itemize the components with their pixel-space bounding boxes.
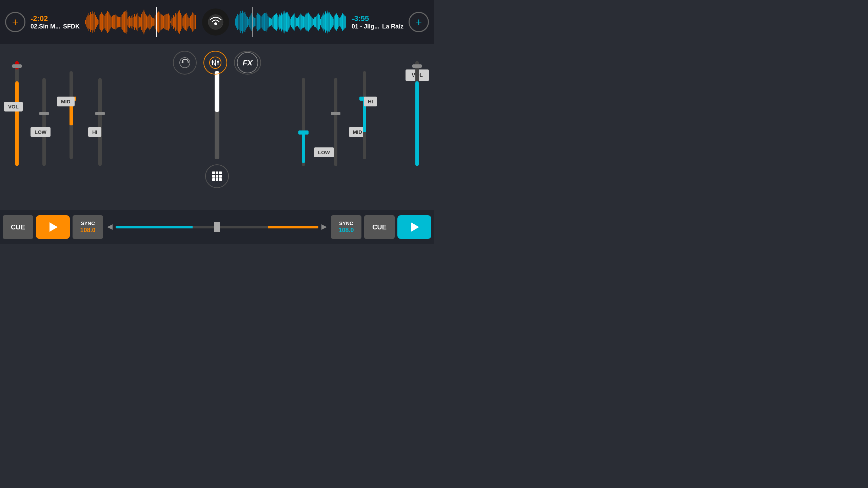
- fx-button[interactable]: FX: [234, 51, 261, 75]
- left-track-info: 02.Sin M... SFDK: [31, 23, 80, 30]
- right-hi-fader[interactable]: [361, 71, 368, 159]
- svg-rect-18: [219, 175, 222, 178]
- svg-point-9: [214, 63, 216, 65]
- left-time-display: -2:02: [31, 14, 80, 23]
- pitch-slider[interactable]: [106, 220, 328, 234]
- left-deck-info: -2:02 02.Sin M... SFDK: [31, 14, 80, 30]
- fx-icon: FX: [235, 51, 260, 75]
- eq-button[interactable]: [203, 51, 227, 75]
- svg-point-0: [208, 15, 223, 29]
- right-play-button[interactable]: [397, 215, 431, 239]
- add-right-button[interactable]: +: [409, 12, 429, 32]
- right-mid-fader[interactable]: [332, 78, 339, 166]
- svg-marker-22: [50, 222, 58, 232]
- grid-button[interactable]: [205, 164, 229, 188]
- equalizer-icon: [209, 57, 221, 69]
- right-play-icon: [408, 221, 420, 233]
- svg-rect-19: [212, 178, 215, 181]
- right-cue-button[interactable]: CUE: [364, 215, 395, 239]
- center-logo[interactable]: [202, 8, 229, 36]
- right-deck-info: -3:55 01 - Jilg... La Raíz: [352, 14, 403, 30]
- svg-text:FX: FX: [242, 58, 253, 67]
- plus-icon-right: +: [416, 17, 422, 27]
- left-play-button[interactable]: [36, 215, 70, 239]
- right-vol-fader[interactable]: [412, 61, 422, 166]
- svg-marker-23: [107, 224, 113, 230]
- left-hi-fader[interactable]: [97, 78, 103, 166]
- svg-point-8: [212, 61, 214, 63]
- grid-icon: [211, 170, 223, 182]
- svg-rect-13: [212, 171, 215, 174]
- right-sync-button[interactable]: SYNC 108.0: [331, 215, 361, 239]
- left-play-icon: [47, 221, 59, 233]
- left-vol-slider-label[interactable]: VOL: [4, 102, 23, 111]
- svg-rect-14: [216, 171, 218, 174]
- right-track-name: 01 - Jilg...: [352, 23, 379, 30]
- left-mid-label[interactable]: MID: [57, 97, 75, 106]
- right-time-display: -3:55: [352, 14, 403, 23]
- left-vol-fader[interactable]: [12, 61, 22, 166]
- left-mid-fader[interactable]: [68, 71, 75, 159]
- svg-marker-25: [411, 222, 419, 232]
- top-bar: + -2:02 02.Sin M... SFDK -3:55 01 - Jilg…: [0, 0, 434, 44]
- right-low-label[interactable]: LOW: [314, 147, 334, 157]
- pitch-left-arrow[interactable]: [106, 223, 114, 231]
- svg-rect-17: [216, 175, 218, 178]
- center-controls: FX: [173, 51, 261, 75]
- left-low-label[interactable]: LOW: [31, 127, 51, 137]
- left-artist: SFDK: [63, 23, 80, 30]
- bottom-bar: CUE SYNC 108.0 SYNC 108.0: [0, 210, 434, 244]
- mixer-section: FX VOL VOL LOW: [0, 44, 434, 193]
- right-artist: La Raíz: [382, 23, 403, 30]
- left-bpm: 108.0: [80, 227, 95, 234]
- left-track-name: 02.Sin M...: [31, 23, 60, 30]
- svg-rect-20: [216, 178, 218, 181]
- pitch-right-arrow[interactable]: [320, 223, 328, 231]
- left-cue-button[interactable]: CUE: [3, 215, 33, 239]
- plus-icon-left: +: [12, 17, 19, 27]
- left-waveform[interactable]: [85, 7, 196, 37]
- left-sync-label: SYNC: [81, 220, 95, 226]
- svg-rect-21: [219, 178, 222, 181]
- left-sync-button[interactable]: SYNC 108.0: [73, 215, 103, 239]
- reset-button[interactable]: [173, 51, 197, 75]
- svg-marker-24: [321, 224, 327, 230]
- svg-point-1: [214, 22, 217, 25]
- svg-rect-16: [212, 175, 215, 178]
- right-track-info: 01 - Jilg... La Raíz: [352, 23, 403, 30]
- right-hi-label[interactable]: HI: [364, 97, 377, 106]
- center-crossfader-vertical[interactable]: [212, 71, 222, 159]
- right-bpm: 108.0: [338, 227, 354, 234]
- right-waveform[interactable]: [235, 7, 346, 37]
- svg-rect-15: [219, 171, 222, 174]
- right-low-fader[interactable]: [300, 78, 307, 166]
- svg-point-10: [217, 61, 219, 63]
- left-hi-label[interactable]: HI: [88, 127, 101, 137]
- add-left-button[interactable]: +: [5, 12, 25, 32]
- wifi-icon: [207, 14, 224, 30]
- pitch-handle[interactable]: [214, 222, 220, 232]
- right-sync-label: SYNC: [339, 220, 353, 226]
- reset-icon: [179, 57, 191, 69]
- left-low-fader[interactable]: [41, 78, 47, 166]
